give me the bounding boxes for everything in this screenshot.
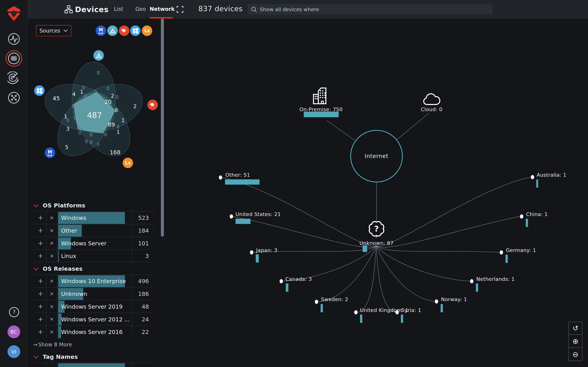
venn-count: 8	[115, 107, 118, 113]
exclude-filter-button[interactable]: ×	[49, 275, 55, 288]
section-title: OS Platforms	[43, 202, 85, 209]
sidebar-item-barcode-icon[interactable]	[8, 52, 20, 65]
include-filter-button[interactable]: +	[37, 237, 43, 250]
help-icon[interactable]: ?	[9, 307, 19, 317]
exclude-filter-button[interactable]: ×	[49, 250, 55, 262]
country-node-dot[interactable]	[520, 214, 523, 219]
filter-row[interactable]: +×Windows Server 201948	[33, 300, 155, 313]
filter-row[interactable]: +×Windows Server101	[33, 237, 155, 249]
tab-network[interactable]: Network	[150, 6, 175, 12]
exclude-filter-button[interactable]: ×	[49, 288, 55, 300]
country-node-dot[interactable]	[531, 175, 534, 179]
country-label: China: 1	[526, 211, 548, 217]
node-bar	[506, 255, 508, 263]
include-filter-button[interactable]: +	[37, 224, 43, 237]
filter-row[interactable]: +×Windows 10 Enterprise496	[33, 275, 155, 287]
internet-node[interactable]: Internet	[350, 130, 403, 183]
include-filter-button[interactable]: +	[37, 288, 43, 300]
section-header[interactable]: Tag Names	[33, 351, 155, 362]
venn-count: 4	[72, 91, 76, 97]
zoom-in-button[interactable]: ⊕	[569, 335, 582, 348]
zoom-out-button[interactable]: ⊖	[569, 348, 582, 361]
column-divider	[46, 300, 47, 313]
avatar[interactable]: VI	[8, 345, 20, 358]
search-icon	[251, 7, 257, 12]
lansweeper-icon[interactable]: Ls	[142, 25, 152, 36]
reset-button[interactable]: ↺	[569, 322, 582, 335]
exclude-filter-button[interactable]: ×	[49, 224, 55, 237]
column-divider	[132, 326, 132, 338]
include-filter-button[interactable]: +	[37, 275, 43, 288]
triangle-icon[interactable]	[107, 25, 118, 36]
filter-label: Carrie Akers - Admin	[61, 363, 119, 367]
filter-row[interactable]: +×Other184	[33, 224, 155, 237]
lansweeper-icon[interactable]: Ls	[123, 158, 133, 168]
country-node-dot[interactable]	[219, 175, 222, 180]
filter-label: Other	[61, 224, 77, 237]
filter-row[interactable]: +×Carrie Akers - Admin4	[33, 362, 155, 367]
windows-icon[interactable]	[34, 85, 45, 96]
include-filter-button[interactable]: +	[37, 326, 43, 339]
venn-count: 487	[87, 111, 102, 120]
column-divider	[57, 250, 57, 262]
malwarebytes-icon[interactable]: MNEB	[45, 148, 55, 158]
windows-icon[interactable]	[130, 25, 141, 36]
country-node-dot[interactable]	[396, 310, 399, 314]
country-node-dot[interactable]	[500, 250, 503, 255]
section-header[interactable]: OS Releases	[33, 263, 155, 274]
tab-geo[interactable]: Geo	[135, 6, 146, 12]
country-node-dot[interactable]	[250, 250, 253, 255]
building-icon[interactable]	[312, 85, 330, 106]
country-node-dot[interactable]	[230, 214, 233, 219]
filter-row[interactable]: +×Windows523	[33, 211, 155, 224]
exclude-filter-button[interactable]: ×	[49, 212, 55, 224]
include-filter-button[interactable]: +	[37, 363, 43, 367]
exclude-filter-button[interactable]: ×	[49, 237, 55, 250]
sources-venn-diagram[interactable]: 00001420045200284871001890310000005168MN…	[30, 49, 157, 176]
country-node-dot[interactable]	[315, 300, 318, 304]
column-divider	[46, 275, 47, 287]
country-node-dot[interactable]	[470, 279, 473, 284]
filter-row[interactable]: +×Windows Server 201622	[33, 325, 155, 338]
exclude-filter-button[interactable]: ×	[49, 313, 55, 326]
column-divider	[132, 237, 132, 249]
page-title: Devices	[75, 5, 109, 14]
filter-row[interactable]: +×Windows Server 2012 ...24	[33, 313, 155, 325]
show-more-link[interactable]: →Show 8 More	[33, 339, 155, 350]
filter-row[interactable]: +×Unknown186	[33, 287, 155, 300]
crowdstrike-icon[interactable]	[147, 100, 158, 110]
include-filter-button[interactable]: +	[37, 313, 43, 326]
panel-scrollbar[interactable]	[161, 13, 164, 237]
fullscreen-icon[interactable]	[177, 6, 183, 13]
country-node-dot[interactable]	[280, 279, 283, 284]
sources-dropdown[interactable]: Sources	[36, 25, 71, 36]
app-logo[interactable]	[7, 6, 21, 21]
exclude-filter-button[interactable]: ×	[49, 300, 55, 313]
column-divider	[132, 363, 132, 367]
search-bar[interactable]	[247, 4, 492, 15]
cloud-icon[interactable]	[423, 93, 441, 107]
crowdstrike-icon[interactable]	[119, 25, 129, 36]
country-label: Syria: 1	[401, 307, 421, 313]
country-node-dot[interactable]	[354, 310, 357, 314]
country-node-dot[interactable]	[435, 299, 438, 304]
venn-count: 2	[133, 103, 137, 109]
include-filter-button[interactable]: +	[37, 300, 43, 313]
sidebar-item-activity-icon[interactable]	[8, 33, 20, 45]
malwarebytes-icon[interactable]: MNEB	[95, 25, 106, 36]
include-filter-button[interactable]: +	[37, 250, 43, 262]
unknown-cloud-icon[interactable]: ?	[368, 220, 385, 240]
column-divider	[132, 313, 132, 325]
tab-list[interactable]: List	[114, 6, 123, 12]
filter-row[interactable]: +×Linux3	[33, 249, 155, 262]
topbar: Devices ListGeoNetwork 837 devices	[28, 0, 588, 19]
include-filter-button[interactable]: +	[37, 212, 43, 224]
triangle-icon[interactable]	[94, 50, 104, 61]
search-input[interactable]	[260, 6, 477, 12]
avatar[interactable]: BC	[8, 325, 20, 338]
exclude-filter-button[interactable]: ×	[49, 326, 55, 339]
exclude-filter-button[interactable]: ×	[49, 363, 55, 367]
section-header[interactable]: OS Platforms	[33, 200, 155, 211]
sidebar-item-converge-icon[interactable]	[8, 92, 20, 104]
sidebar-item-radar-icon[interactable]	[8, 71, 20, 84]
